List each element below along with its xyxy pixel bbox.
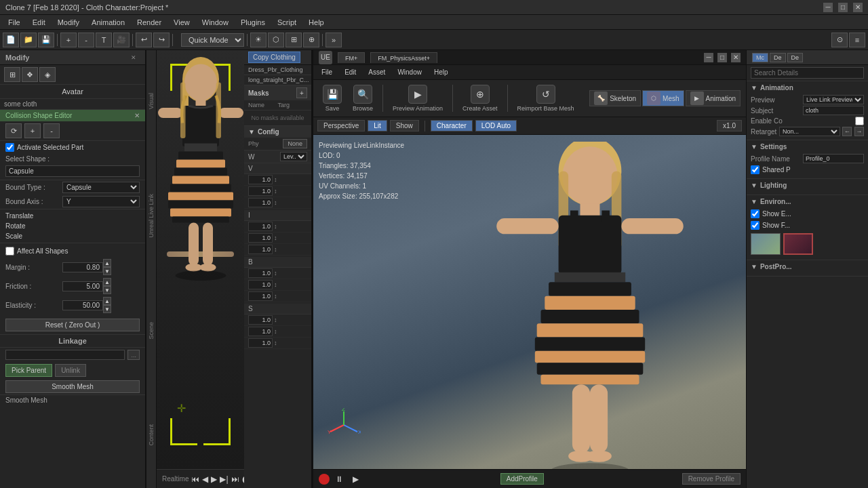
margin-up[interactable]: ▲ [103,259,111,267]
menu-modify[interactable]: Modify [52,17,85,28]
settings-profile-input[interactable] [803,154,864,163]
ue-stop-btn[interactable] [319,474,330,485]
toolbar-save[interactable]: 💾 [38,33,54,47]
margin-down[interactable]: ▼ [103,267,111,275]
env-thumb-2[interactable] [783,233,813,255]
realtime-btn[interactable]: Realtime [162,475,189,483]
anim-subject-input[interactable] [803,106,864,115]
left-panel-close[interactable]: ✕ [127,52,140,64]
toolbar-undo[interactable]: ↩ [136,33,152,47]
translate-option[interactable]: Translate [5,211,140,221]
menu-render[interactable]: Render [132,17,167,28]
ue-view-lod[interactable]: LOD Auto [475,120,517,131]
ue-remove-profile-btn[interactable]: Remove Profile [682,473,741,485]
ue-mesh-tab[interactable]: ⬡ Mesh [642,90,684,106]
ue-tab-fm[interactable]: FM+ [338,52,365,63]
bound-axis-select[interactable]: Y [62,196,140,207]
far-right-tab-mc[interactable]: Mc [752,53,768,62]
ue-reimport-btn[interactable]: ↺ Reimport Base Mesh [513,83,578,113]
toolbar-extra1[interactable]: ⊙ [831,33,848,47]
scale-option[interactable]: Scale [5,231,140,241]
env-showsky-checkbox[interactable] [751,209,760,218]
ue-maximize[interactable]: □ [717,53,727,62]
elasticity-input[interactable] [62,300,103,310]
menu-help[interactable]: Help [303,17,330,28]
toolbar-more[interactable]: » [326,33,342,47]
menu-file[interactable]: File [3,17,26,28]
vert-label-scene[interactable]: Scene [148,322,155,340]
toolbar-new[interactable]: 📄 [3,33,19,47]
copy-clothing-button[interactable]: Copy Clothing [248,52,300,63]
ue-create-asset-btn[interactable]: ⊕ Create Asset [458,83,502,113]
ue-menu-window[interactable]: Window [392,67,427,77]
pick-parent-button[interactable]: Pick Parent [5,364,52,377]
vert-label-unreal[interactable]: Unreal Live Link [148,194,155,238]
select-shape-input[interactable] [5,165,140,177]
anim-preview-select[interactable]: Live Link Preview... [803,95,864,104]
maximize-button[interactable]: □ [838,3,848,12]
toolbar-magnet[interactable]: ⊕ [303,33,319,47]
ue-minimize[interactable]: ─ [704,53,713,62]
toolbar-grid[interactable]: ⊞ [285,33,302,47]
ue-view-character[interactable]: Character [431,120,473,131]
ue-view-show[interactable]: Show [390,120,419,131]
friction-down[interactable]: ▼ [103,286,111,294]
ue-view-perspective[interactable]: Perspective [317,120,365,131]
record-btn[interactable]: ⬤ [242,472,244,486]
anim-enableco-checkbox[interactable] [855,117,864,125]
toolbar-env[interactable]: ⬡ [268,33,284,47]
far-right-tab-de1[interactable]: De [770,53,786,62]
ue-add-profile-btn[interactable]: AddProfile [500,473,544,485]
close-button[interactable]: ✕ [853,3,863,12]
toolbar-extra2[interactable]: ≡ [849,33,865,47]
toolbar-t[interactable]: T [96,33,112,47]
ue-menu-edit[interactable]: Edit [339,67,361,77]
icon-btn-1[interactable]: ⊞ [4,67,20,82]
play-back-btn[interactable]: ⏮ [191,472,199,486]
linkage-extra-btn[interactable]: ... [127,350,140,360]
toolbar-remove[interactable]: - [78,33,94,47]
activate-checkbox[interactable] [5,143,14,152]
action-btn-2[interactable]: + [24,123,41,138]
settings-sharedp-checkbox[interactable] [751,165,760,174]
menu-plugins[interactable]: Plugins [235,17,271,28]
ue-view-scale[interactable]: x1.0 [717,120,742,131]
smooth-mesh-button[interactable]: Smooth Mesh [5,380,140,393]
minimize-button[interactable]: ─ [823,3,833,12]
elasticity-down[interactable]: ▼ [103,305,111,313]
anim-retarget-select[interactable]: Non... [779,127,840,136]
vert-label-content[interactable]: Content [148,424,155,446]
ue-menu-file[interactable]: File [316,67,338,77]
unlink-button[interactable]: Unlink [55,364,86,377]
config-none-btn[interactable]: None [283,139,307,148]
ue-view-lit[interactable]: Lit [368,120,387,131]
ue-close[interactable]: ✕ [731,53,741,62]
settings-section-header[interactable]: ▼ Settings [751,143,864,150]
menu-edit[interactable]: Edit [27,17,51,28]
ue-menu-help[interactable]: Help [429,67,454,77]
margin-input[interactable] [62,262,103,272]
ue-tab-physics[interactable]: FM_PhysicsAsset+ [370,52,437,63]
ue-browse-btn[interactable]: 🔍 Browse [349,83,377,113]
friction-up[interactable]: ▲ [103,278,111,286]
menu-animation[interactable]: Animation [86,17,130,28]
icon-btn-2[interactable]: ❖ [22,67,38,82]
ue-preview-anim-btn[interactable]: ▶ Preview Animation [389,83,447,113]
config-header[interactable]: ▼ Config [244,126,311,138]
postpro-section-header[interactable]: ▼ PostPro... [751,263,864,270]
env-section-header[interactable]: ▼ Environ... [751,198,864,205]
toolbar-camera[interactable]: 🎥 [113,33,130,47]
anim-retarget-btn2[interactable]: → [854,127,864,136]
play-forward-btn[interactable]: ⏭ [231,472,239,486]
animation-section-header[interactable]: ▼ Animation [751,84,864,92]
collision-close-icon[interactable]: ✕ [134,112,140,119]
env-showfloor-checkbox[interactable] [751,221,760,230]
ue-pause-btn[interactable]: ⏸ [332,472,346,486]
linkage-input[interactable] [5,350,125,360]
ue-skeleton-tab[interactable]: 🦴 Skeleton [589,90,641,106]
next-frame-btn[interactable]: ▶| [220,472,228,486]
affect-all-checkbox[interactable] [5,247,14,256]
quick-mode-select[interactable]: Quick Mode [181,33,244,47]
ue-save-btn[interactable]: 💾 Save [319,83,346,113]
reset-button[interactable]: Reset ( Zero Out ) [5,319,140,331]
